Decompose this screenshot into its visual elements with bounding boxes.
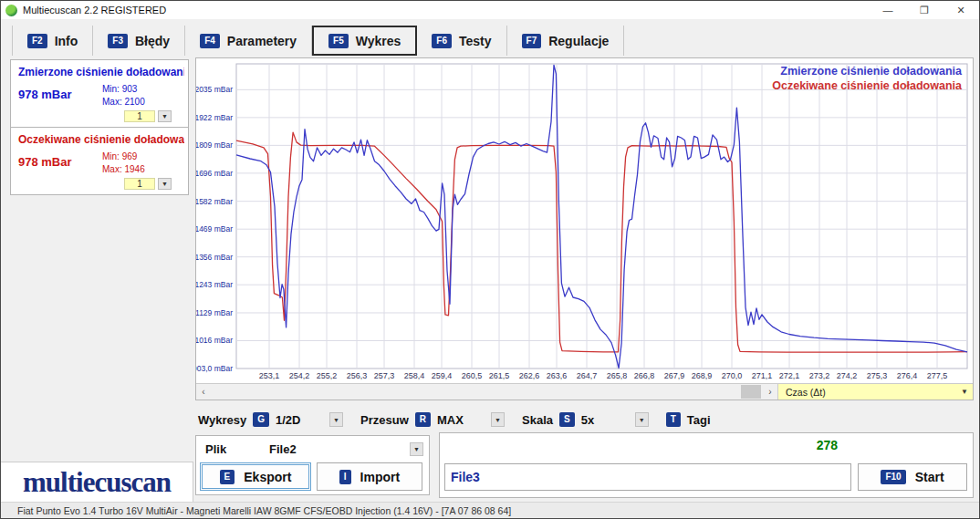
y-tick-label: 1356 mBar xyxy=(196,253,233,262)
y-tick-label: 903,0 mBar xyxy=(196,364,233,373)
eksport-button-label: Eksport xyxy=(244,470,291,484)
x-tick-label: 270,0 xyxy=(722,371,743,380)
tab-testy[interactable]: F6Testy xyxy=(417,26,506,56)
tab-błędy[interactable]: F3Błędy xyxy=(93,26,185,56)
scrollbar-track[interactable] xyxy=(211,384,763,400)
x-tick-label: 258,4 xyxy=(404,371,425,380)
param-current-value: 978 mBar xyxy=(18,83,102,108)
chart-controls: Wykresy G 1/2D ▼ Przesuw R MAX ▼ Skala S… xyxy=(198,409,711,431)
x-tick-label: 277,5 xyxy=(927,371,948,380)
title-bar: Multiecuscan 2.2 REGISTERED — ❐ ✕ xyxy=(1,1,979,19)
x-tick-label: 268,9 xyxy=(692,371,713,380)
x-axis-selector[interactable]: Czas (Δt) ▼ xyxy=(777,384,973,400)
param-title: Oczekiwane ciśnienie doładowania xyxy=(18,133,184,146)
x-tick-label: 256,3 xyxy=(347,371,368,380)
x-tick-label: 261,5 xyxy=(489,371,510,380)
chevron-down-icon[interactable]: ▼ xyxy=(329,412,343,427)
y-tick-label: 1243 mBar xyxy=(196,280,233,289)
chevron-down-icon: ▼ xyxy=(961,388,968,396)
przesuw-select-value[interactable]: MAX xyxy=(437,413,485,427)
param-title: Zmierzone ciśnienie doładowania xyxy=(18,66,184,78)
tab-bar: F2InfoF3BłędyF4ParameteryF5WykresF6Testy… xyxy=(12,26,624,56)
x-tick-label: 265,8 xyxy=(607,371,628,380)
plik-label: Plik xyxy=(205,442,269,456)
record-panel: 278 F10 Start xyxy=(439,432,974,498)
y-tick-label: 1696 mBar xyxy=(196,169,233,178)
scroll-left-button[interactable]: ‹ xyxy=(196,384,211,400)
tab-label: Parametery xyxy=(227,34,297,48)
param-box-expected: Oczekiwane ciśnienie doładowania 978 mBa… xyxy=(11,127,188,194)
key-badge-f3: F3 xyxy=(108,34,128,48)
channel-select-value[interactable]: 1 xyxy=(124,110,155,122)
chevron-down-icon[interactable]: ▼ xyxy=(491,412,505,427)
tab-label: Regulacje xyxy=(548,34,609,48)
tab-wykres[interactable]: F5Wykres xyxy=(312,26,417,56)
start-button[interactable]: F10 Start xyxy=(858,463,967,491)
tab-label: Wykres xyxy=(356,34,401,48)
chart-legend: Zmierzone ciśnienie doładowaniaOczekiwan… xyxy=(772,64,962,94)
start-button-label: Start xyxy=(915,470,944,484)
minimize-button[interactable]: — xyxy=(870,1,906,19)
key-badge-f5: F5 xyxy=(328,34,349,48)
wykresy-select-value[interactable]: 1/2D xyxy=(276,413,323,427)
close-button[interactable]: ✕ xyxy=(943,1,979,19)
x-tick-label: 267,9 xyxy=(664,371,685,380)
x-tick-label: 272,1 xyxy=(779,371,800,380)
chevron-down-icon[interactable]: ▼ xyxy=(410,442,423,456)
y-tick-label: 1809 mBar xyxy=(196,140,233,150)
scroll-right-button[interactable]: › xyxy=(763,384,777,400)
key-badge-g: G xyxy=(253,412,269,427)
parameter-panel: Zmierzone ciśnienie doładowania 978 mBar… xyxy=(10,59,189,195)
param-min: Min: 969 xyxy=(102,151,145,163)
tab-parametery[interactable]: F4Parametery xyxy=(185,26,312,56)
key-badge-f6: F6 xyxy=(432,34,452,48)
eksport-button[interactable]: E Eksport xyxy=(200,462,311,491)
key-badge-f7: F7 xyxy=(522,34,542,48)
param-current-value: 978 mBar xyxy=(18,151,102,175)
key-badge-s: S xyxy=(559,412,575,427)
maximize-button[interactable]: ❐ xyxy=(906,1,943,19)
x-tick-label: 274,2 xyxy=(837,371,858,380)
y-tick-label: 1582 mBar xyxy=(196,197,233,206)
legend-entry: Zmierzone ciśnienie doładowania xyxy=(772,64,962,78)
x-tick-label: 275,3 xyxy=(867,371,888,380)
x-tick-label: 260,5 xyxy=(462,371,483,380)
filename-input[interactable] xyxy=(444,463,851,491)
key-badge-r: R xyxy=(415,412,431,427)
pressure-chart: 903,0 mBar1016 mBar1129 mBar1243 mBar135… xyxy=(196,58,973,383)
tagi-button[interactable]: Tagi xyxy=(687,413,711,427)
chevron-down-icon[interactable]: ▼ xyxy=(635,412,649,427)
key-badge-e: E xyxy=(220,470,235,484)
tab-label: Błędy xyxy=(135,34,170,48)
param-box-measured: Zmierzone ciśnienie doładowania 978 mBar… xyxy=(11,60,188,127)
przesuw-label: Przesuw xyxy=(360,413,409,427)
app-window: Multiecuscan 2.2 REGISTERED — ❐ ✕ F2Info… xyxy=(0,0,980,519)
param-max: Max: 1946 xyxy=(102,163,145,176)
chevron-down-icon[interactable]: ▼ xyxy=(158,110,172,122)
app-icon xyxy=(5,5,17,16)
tab-info[interactable]: F2Info xyxy=(12,26,93,56)
param-min: Min: 903 xyxy=(102,83,145,96)
x-tick-label: 273,2 xyxy=(809,371,830,380)
x-tick-label: 262,6 xyxy=(519,371,540,380)
x-axis-selector-value: Czas (Δt) xyxy=(786,387,826,398)
window-title: Multiecuscan 2.2 REGISTERED xyxy=(23,5,166,16)
y-tick-label: 1922 mBar xyxy=(196,113,233,122)
file-select[interactable]: Plik File2 ▼ xyxy=(200,440,425,458)
skala-select-value[interactable]: 5x xyxy=(581,413,629,427)
tab-regulacje[interactable]: F7Regulacje xyxy=(507,26,625,56)
x-tick-label: 257,3 xyxy=(374,371,395,380)
scrollbar-thumb[interactable] xyxy=(741,385,761,399)
import-button[interactable]: I Import xyxy=(317,462,422,491)
chevron-down-icon[interactable]: ▼ xyxy=(158,178,172,190)
skala-label: Skala xyxy=(522,413,553,427)
record-counter: 278 xyxy=(817,438,838,452)
multiecuscan-logo: multiecuscan xyxy=(23,466,171,499)
key-badge-f2: F2 xyxy=(27,34,47,48)
channel-select-value[interactable]: 1 xyxy=(124,178,155,190)
tab-label: Info xyxy=(55,34,78,48)
legend-entry: Oczekiwane ciśnienie doładowania xyxy=(772,78,962,93)
y-tick-label: 2035 mBar xyxy=(196,85,233,94)
y-tick-label: 1129 mBar xyxy=(196,308,233,317)
y-tick-label: 1469 mBar xyxy=(196,224,233,234)
